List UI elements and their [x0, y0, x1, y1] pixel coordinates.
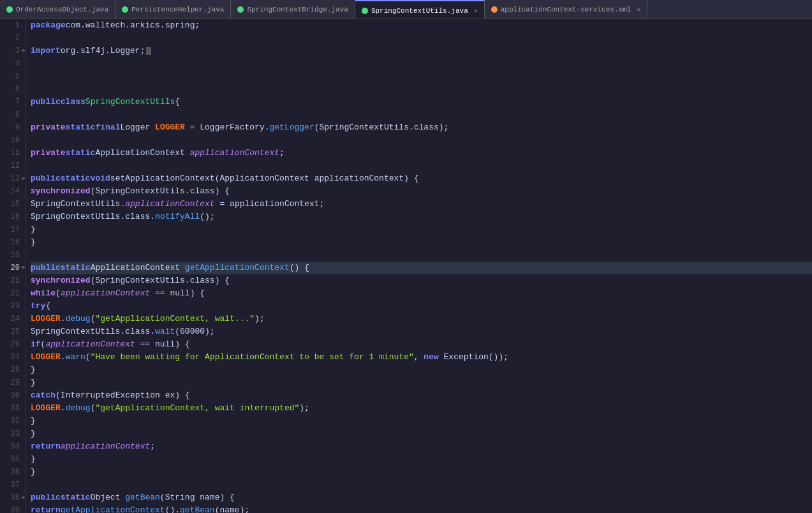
line-number-2: 2 [3, 32, 20, 45]
code-line-17: } [31, 223, 812, 236]
code-line-11: private static ApplicationContext applic… [31, 147, 812, 160]
tab-order-access[interactable]: OrderAccessObject.java [0, 0, 115, 19]
line-number-14: 14 [3, 185, 20, 198]
code-line-6 [31, 83, 812, 96]
code-line-20: public static ApplicationContext getAppl… [31, 262, 812, 274]
tab-file-icon [237, 6, 244, 13]
code-line-7: public class SpringContextUtils { [31, 96, 812, 108]
tab-file-icon [122, 6, 128, 13]
line-number-23: 23 [3, 300, 20, 313]
tab-file-icon [362, 8, 368, 14]
code-line-22: while (applicationContext == null) { [31, 287, 812, 300]
line-number-16: 16 [3, 211, 20, 223]
line-number-11: 11 [3, 147, 20, 160]
line-number-8: 8 [3, 108, 20, 121]
code-line-37 [31, 479, 812, 491]
code-line-29: } [31, 376, 812, 389]
line-number-31: 31 [3, 402, 20, 415]
code-line-27: LOGGER.warn("Have been waiting for Appli… [31, 351, 812, 364]
line-number-28: 28 [3, 364, 20, 376]
tab-label: applicationContext-services.xml [501, 6, 631, 13]
code-line-24: LOGGER.debug("getApplicationContext, wai… [31, 313, 812, 325]
code-line-16: SpringContextUtils.class.notifyAll(); [31, 211, 812, 223]
line-number-29: 29 [3, 376, 20, 389]
tab-spring-context-utils[interactable]: SpringContextUtils.java✕ [355, 0, 485, 19]
line-number-7: 7 [3, 96, 20, 108]
line-number-20: 20 [3, 262, 20, 274]
code-line-8 [31, 108, 812, 121]
line-number-5: 5 [3, 70, 20, 83]
line-number-35: 35 [3, 453, 20, 466]
code-line-31: LOGGER.debug("getApplicationContext, wai… [31, 402, 812, 415]
line-number-15: 15 [3, 198, 20, 211]
line-numbers: 1234567891011121314151617181920212223242… [0, 19, 26, 513]
line-number-17: 17 [3, 223, 20, 236]
tab-file-icon [491, 6, 498, 13]
line-number-25: 25 [3, 325, 20, 338]
tab-file-icon [6, 6, 13, 13]
tab-spring-context-bridge[interactable]: SpringContextBridge.java [231, 0, 355, 19]
code-line-32: } [31, 415, 812, 428]
line-number-9: 9 [3, 121, 20, 134]
tab-close-button[interactable]: ✕ [637, 6, 640, 13]
line-number-4: 4 [3, 57, 20, 70]
line-number-18: 18 [3, 236, 20, 249]
code-line-23: try { [31, 300, 812, 313]
line-number-10: 10 [3, 134, 20, 147]
tab-label: SpringContextBridge.java [247, 6, 348, 13]
code-line-4 [31, 57, 812, 70]
code-line-26: if (applicationContext == null) { [31, 338, 812, 351]
code-line-9: private static final Logger LOGGER = Log… [31, 121, 812, 134]
line-number-36: 36 [3, 466, 20, 479]
line-number-21: 21 [3, 274, 20, 287]
line-number-30: 30 [3, 389, 20, 402]
line-number-24: 24 [3, 313, 20, 325]
code-line-15: SpringContextUtils.applicationContext = … [31, 198, 812, 211]
line-number-37: 37 [3, 479, 20, 491]
code-line-25: SpringContextUtils.class.wait(60000); [31, 325, 812, 338]
code-line-10 [31, 134, 812, 147]
line-number-27: 27 [3, 351, 20, 364]
code-line-14: synchronized (SpringContextUtils.class) … [31, 185, 812, 198]
code-area[interactable]: package com.walltech.arkics.spring; impo… [26, 19, 812, 513]
line-number-13: 13 [3, 172, 20, 185]
line-number-19: 19 [3, 249, 20, 262]
code-line-33: } [31, 428, 812, 440]
line-number-6: 6 [3, 83, 20, 96]
code-line-39: return getApplicationContext().getBean(n… [31, 504, 812, 513]
code-line-19 [31, 249, 812, 262]
line-number-22: 22 [3, 287, 20, 300]
code-line-13: public static void setApplicationContext… [31, 172, 812, 185]
code-line-35: } [31, 453, 812, 466]
line-number-39: 39 [3, 504, 20, 513]
line-number-32: 32 [3, 415, 20, 428]
code-line-2 [31, 32, 812, 45]
line-number-12: 12 [3, 160, 20, 172]
code-line-28: } [31, 364, 812, 376]
line-number-34: 34 [3, 440, 20, 453]
line-number-3: 3 [3, 45, 20, 57]
code-line-34: return applicationContext; [31, 440, 812, 453]
code-line-21: synchronized (SpringContextUtils.class) … [31, 274, 812, 287]
code-line-12 [31, 160, 812, 172]
tab-label: OrderAccessObject.java [16, 6, 108, 13]
code-container[interactable]: 1234567891011121314151617181920212223242… [0, 19, 812, 513]
code-line-38: public static Object getBean(String name… [31, 491, 812, 504]
tab-persistence-helper[interactable]: PersistenceHelper.java [115, 0, 231, 19]
line-number-38: 38 [3, 491, 20, 504]
code-line-36: } [31, 466, 812, 479]
line-number-33: 33 [3, 428, 20, 440]
tab-app-context-services[interactable]: applicationContext-services.xml✕ [485, 0, 648, 19]
tab-close-button[interactable]: ✕ [474, 7, 478, 15]
code-line-1: package com.walltech.arkics.spring; [31, 19, 812, 32]
code-line-5 [31, 70, 812, 83]
tab-label: SpringContextUtils.java [371, 7, 468, 15]
line-number-26: 26 [3, 338, 20, 351]
line-number-1: 1 [3, 19, 20, 32]
tab-bar: OrderAccessObject.javaPersistenceHelper.… [0, 0, 812, 19]
code-line-30: catch (InterruptedException ex) { [31, 389, 812, 402]
tab-label: PersistenceHelper.java [131, 6, 224, 13]
code-line-3: import org.slf4j.Logger; [31, 45, 812, 57]
code-line-18: } [31, 236, 812, 249]
